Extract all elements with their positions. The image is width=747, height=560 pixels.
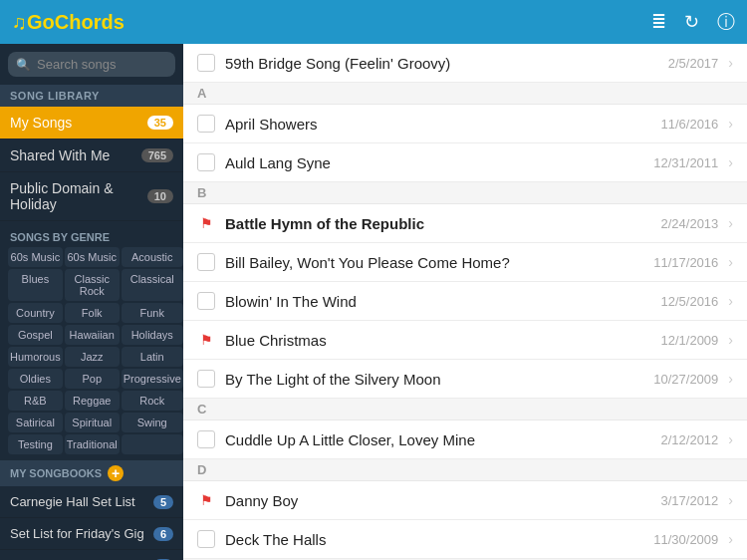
table-row[interactable]: ⚑ Danny Boy 3/17/2012 › — [183, 481, 747, 520]
genre-tag[interactable]: Reggae — [65, 391, 120, 411]
sidebar-item-public-domain[interactable]: Public Domain & Holiday 10 — [0, 172, 183, 221]
genre-tag[interactable]: Swing — [122, 413, 183, 432]
song-date: 10/27/2009 — [653, 372, 718, 387]
search-input[interactable] — [37, 57, 167, 72]
my-songs-label: My Songs — [10, 115, 147, 131]
genre-tag[interactable]: 60s Music — [8, 247, 63, 267]
songbook-item-label: Set List for Friday's Gig — [10, 526, 153, 541]
genre-tag[interactable]: Holidays — [122, 325, 183, 345]
song-checkbox[interactable] — [197, 292, 215, 310]
add-songbook-icon[interactable]: + — [108, 465, 124, 481]
song-chevron-icon: › — [728, 154, 733, 170]
songbook-badge: 6 — [153, 527, 173, 541]
main-content: 🔍 Song Library My Songs 35 Shared With M… — [0, 44, 747, 560]
song-chevron-icon: › — [728, 492, 733, 508]
song-flag-icon: ⚑ — [197, 214, 215, 232]
song-title: Auld Lang Syne — [225, 154, 653, 171]
song-chevron-icon: › — [728, 215, 733, 231]
song-title: Deck The Halls — [225, 531, 653, 548]
header-actions: ≣ ↻ ⓘ — [651, 10, 735, 34]
shared-with-me-badge: 765 — [141, 148, 173, 162]
genre-tag[interactable]: Gospel — [8, 325, 63, 345]
genre-tag[interactable]: Hawaiian — [65, 325, 120, 345]
song-chevron-icon: › — [728, 371, 733, 387]
genre-tag[interactable]: Spiritual — [65, 413, 120, 432]
song-checkbox[interactable] — [197, 430, 215, 448]
section-letter: D — [183, 459, 747, 481]
song-title: Blowin' In The Wind — [225, 293, 660, 310]
song-date: 11/6/2016 — [660, 117, 718, 132]
genre-tag[interactable]: Traditional — [65, 434, 120, 454]
public-domain-label: Public Domain & Holiday — [10, 180, 147, 212]
genre-tag[interactable]: 60s Music — [65, 247, 120, 267]
table-row[interactable]: 59th Bridge Song (Feelin' Groovy) 2/5/20… — [183, 44, 747, 83]
genre-tag[interactable]: Jazz — [65, 347, 120, 367]
table-row[interactable]: ⚑ Blue Christmas 12/1/2009 › — [183, 321, 747, 360]
song-chevron-icon: › — [728, 332, 733, 348]
song-library-header: Song Library — [0, 85, 183, 107]
genre-tag[interactable]: Pop — [65, 369, 120, 389]
genre-tag[interactable]: Funk — [122, 303, 183, 323]
shared-with-me-label: Shared With Me — [10, 147, 141, 163]
genre-tag[interactable]: Rock — [122, 391, 183, 411]
song-chevron-icon: › — [728, 254, 733, 270]
sidebar-item-my-songs[interactable]: My Songs 35 — [0, 107, 183, 140]
logo-text: GoChords — [27, 11, 124, 33]
genre-tag[interactable]: Classic Rock — [65, 269, 120, 301]
my-songs-badge: 35 — [147, 116, 173, 130]
song-date: 2/5/2017 — [668, 56, 719, 71]
app-logo: ♫GoChords — [12, 11, 651, 34]
songbook-item[interactable]: Set List for Friday's Gig 6 — [0, 518, 183, 550]
genre-tag[interactable]: R&B — [8, 391, 63, 411]
table-row[interactable]: Cuddle Up A Little Closer, Lovey Mine 2/… — [183, 420, 747, 459]
genre-tag[interactable]: Blues — [8, 269, 63, 301]
genre-tag[interactable]: Country — [8, 303, 63, 323]
song-title: Bill Bailey, Won't You Please Come Home? — [225, 254, 653, 271]
songbook-badge: 5 — [153, 495, 173, 509]
songs-by-genre: Songs By Genre 60s Music60s MusicAcousti… — [0, 221, 183, 460]
section-letter: C — [183, 399, 747, 420]
song-checkbox[interactable] — [197, 115, 215, 133]
genre-tag[interactable]: Satirical — [8, 413, 63, 432]
section-letter: B — [183, 182, 747, 204]
sidebar-item-shared-with-me[interactable]: Shared With Me 765 — [0, 140, 183, 172]
genre-tag[interactable]: Classical — [122, 269, 183, 301]
genre-tag[interactable]: Acoustic — [122, 247, 183, 267]
sidebar: 🔍 Song Library My Songs 35 Shared With M… — [0, 44, 183, 560]
table-row[interactable]: ⚑ Battle Hymn of the Republic 2/24/2013 … — [183, 204, 747, 243]
song-checkbox[interactable] — [197, 530, 215, 548]
table-row[interactable]: Deck The Halls 11/30/2009 › — [183, 520, 747, 559]
my-songbooks-label: My Songbooks — [10, 467, 102, 479]
table-row[interactable]: Blowin' In The Wind 12/5/2016 › — [183, 282, 747, 321]
table-row[interactable]: By The Light of the Silvery Moon 10/27/2… — [183, 360, 747, 399]
info-icon[interactable]: ⓘ — [717, 10, 735, 34]
table-row[interactable]: April Showers 11/6/2016 › — [183, 105, 747, 143]
genre-tag[interactable]: Humorous — [8, 347, 63, 367]
song-checkbox[interactable] — [197, 54, 215, 72]
table-row[interactable]: Auld Lang Syne 12/31/2011 › — [183, 143, 747, 182]
songbook-item[interactable]: Hollywood Bowl Set List 3 — [0, 550, 183, 560]
refresh-icon[interactable]: ↻ — [684, 11, 699, 33]
search-icon: 🔍 — [16, 58, 31, 72]
song-flag-icon: ⚑ — [197, 331, 215, 349]
search-box[interactable]: 🔍 — [8, 52, 175, 77]
genre-tag[interactable]: Testing — [8, 434, 63, 454]
genre-tag[interactable]: Folk — [65, 303, 120, 323]
song-checkbox[interactable] — [197, 370, 215, 388]
table-row[interactable]: Bill Bailey, Won't You Please Come Home?… — [183, 243, 747, 282]
song-title: By The Light of the Silvery Moon — [225, 371, 653, 388]
genre-tag[interactable]: Latin — [122, 347, 183, 367]
song-date: 11/17/2016 — [653, 255, 718, 270]
song-date: 3/17/2012 — [660, 493, 718, 508]
song-checkbox[interactable] — [197, 153, 215, 171]
genre-tag[interactable] — [122, 434, 183, 454]
genre-tag[interactable]: Progressive — [122, 369, 183, 389]
sort-icon[interactable]: ≣ — [651, 11, 666, 33]
logo-icon: ♫ — [12, 11, 27, 33]
song-title: Battle Hymn of the Republic — [225, 215, 660, 232]
song-checkbox[interactable] — [197, 253, 215, 271]
song-title: April Showers — [225, 116, 660, 133]
song-chevron-icon: › — [728, 55, 733, 71]
songbook-item[interactable]: Carnegie Hall Set List 5 — [0, 486, 183, 518]
genre-tag[interactable]: Oldies — [8, 369, 63, 389]
